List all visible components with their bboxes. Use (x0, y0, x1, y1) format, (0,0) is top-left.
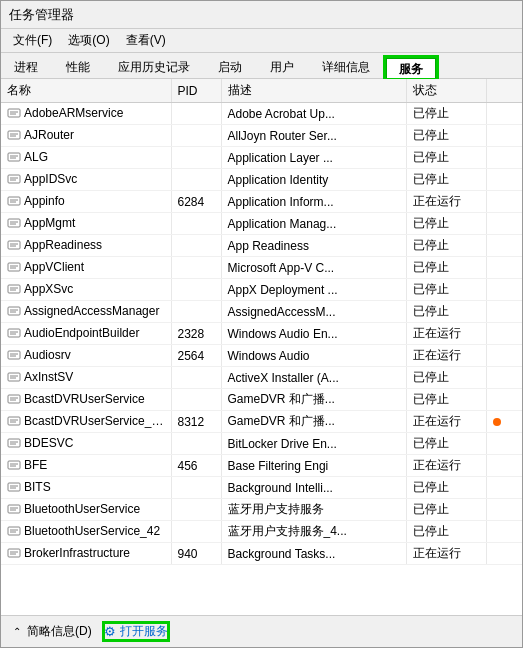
service-row-icon (7, 348, 21, 362)
window-title: 任务管理器 (9, 6, 74, 24)
table-row[interactable]: BrokerInfrastructure940Background Tasks.… (1, 543, 522, 565)
service-row-icon (7, 414, 21, 428)
service-desc: Windows Audio (221, 345, 406, 367)
tab-app-history[interactable]: 应用历史记录 (105, 56, 203, 78)
col-header-pid[interactable]: PID (171, 79, 221, 103)
service-row-icon (7, 172, 21, 186)
tab-users[interactable]: 用户 (257, 56, 307, 78)
table-row[interactable]: BluetoothUserService_42蓝牙用户支持服务_4...已停止 (1, 521, 522, 543)
service-row-icon (7, 238, 21, 252)
service-desc: Adobe Acrobat Up... (221, 103, 406, 125)
svg-rect-57 (8, 527, 20, 535)
service-status: 已停止 (406, 499, 486, 521)
service-status: 正在运行 (406, 455, 486, 477)
services-table-container[interactable]: 名称 PID 描述 状态 AdobeARMserviceAdobe Acroba… (1, 79, 522, 615)
tab-services[interactable]: 服务 (385, 57, 437, 79)
svg-rect-42 (8, 417, 20, 425)
menu-file[interactable]: 文件(F) (5, 30, 60, 51)
service-desc: GameDVR 和广播... (221, 389, 406, 411)
service-extra (486, 301, 522, 323)
table-row[interactable]: AppMgmtApplication Manag...已停止 (1, 213, 522, 235)
service-pid (171, 125, 221, 147)
menu-view[interactable]: 查看(V) (118, 30, 174, 51)
service-row-icon (7, 260, 21, 274)
service-status: 正在运行 (406, 191, 486, 213)
service-row-icon (7, 458, 21, 472)
service-status: 已停止 (406, 235, 486, 257)
table-row[interactable]: Audiosrv2564Windows Audio正在运行 (1, 345, 522, 367)
open-services-button[interactable]: ⚙ 打开服务 (104, 623, 168, 640)
service-desc: Microsoft App-V C... (221, 257, 406, 279)
service-extra (486, 477, 522, 499)
table-row[interactable]: BITSBackground Intelli...已停止 (1, 477, 522, 499)
service-name: BDESVC (24, 436, 73, 450)
table-row[interactable]: BFE456Base Filtering Engi正在运行 (1, 455, 522, 477)
service-status: 已停止 (406, 147, 486, 169)
service-name: AudioEndpointBuilder (24, 326, 139, 340)
table-row[interactable]: BcastDVRUserService_428312GameDVR 和广播...… (1, 411, 522, 433)
service-desc: AllJoyn Router Ser... (221, 125, 406, 147)
col-header-status[interactable]: 状态 (406, 79, 486, 103)
service-status: 正在运行 (406, 411, 486, 433)
service-name: AJRouter (24, 128, 74, 142)
service-desc: ActiveX Installer (A... (221, 367, 406, 389)
expand-toggle[interactable]: ⌃ 简略信息(D) (13, 623, 92, 640)
service-extra (486, 257, 522, 279)
table-row[interactable]: BcastDVRUserServiceGameDVR 和广播...已停止 (1, 389, 522, 411)
open-services-label[interactable]: 打开服务 (120, 623, 168, 640)
service-status: 已停止 (406, 477, 486, 499)
service-name: AppReadiness (24, 238, 102, 252)
service-pid (171, 477, 221, 499)
service-extra (486, 543, 522, 565)
service-extra (486, 125, 522, 147)
table-row[interactable]: AxInstSVActiveX Installer (A...已停止 (1, 367, 522, 389)
svg-rect-27 (8, 307, 20, 315)
service-row-icon (7, 524, 21, 538)
table-row[interactable]: AudioEndpointBuilder2328Windows Audio En… (1, 323, 522, 345)
col-header-extra (486, 79, 522, 103)
table-row[interactable]: AdobeARMserviceAdobe Acrobat Up...已停止 (1, 103, 522, 125)
service-name: BcastDVRUserService (24, 392, 145, 406)
service-pid (171, 213, 221, 235)
table-row[interactable]: Appinfo6284Application Inform...正在运行 (1, 191, 522, 213)
table-row[interactable]: AssignedAccessManagerAssignedAccessM...已… (1, 301, 522, 323)
service-status: 正在运行 (406, 543, 486, 565)
service-desc: App Readiness (221, 235, 406, 257)
table-row[interactable]: AppXSvcAppX Deployment ...已停止 (1, 279, 522, 301)
service-status: 正在运行 (406, 323, 486, 345)
orange-indicator (493, 418, 501, 426)
tab-details[interactable]: 详细信息 (309, 56, 383, 78)
table-row[interactable]: AppIDSvcApplication Identity已停止 (1, 169, 522, 191)
table-body: AdobeARMserviceAdobe Acrobat Up...已停止 AJ… (1, 103, 522, 565)
table-row[interactable]: BDESVCBitLocker Drive En...已停止 (1, 433, 522, 455)
svg-rect-60 (8, 549, 20, 557)
menu-options[interactable]: 选项(O) (60, 30, 117, 51)
service-pid: 2328 (171, 323, 221, 345)
service-pid: 456 (171, 455, 221, 477)
table-row[interactable]: ALGApplication Layer ...已停止 (1, 147, 522, 169)
expand-label[interactable]: 简略信息(D) (27, 623, 92, 640)
tab-process[interactable]: 进程 (1, 56, 51, 78)
col-header-desc[interactable]: 描述 (221, 79, 406, 103)
service-status: 已停止 (406, 103, 486, 125)
table-row[interactable]: AppVClientMicrosoft App-V C...已停止 (1, 257, 522, 279)
service-status: 已停止 (406, 279, 486, 301)
table-row[interactable]: AppReadinessApp Readiness已停止 (1, 235, 522, 257)
service-row-icon (7, 282, 21, 296)
service-row-icon (7, 392, 21, 406)
svg-rect-36 (8, 373, 20, 381)
table-row[interactable]: AJRouterAllJoyn Router Ser...已停止 (1, 125, 522, 147)
service-pid: 2564 (171, 345, 221, 367)
col-header-name[interactable]: 名称 (1, 79, 171, 103)
tabs-bar: 进程 性能 应用历史记录 启动 用户 详细信息 服务 (1, 53, 522, 79)
service-status: 已停止 (406, 389, 486, 411)
menu-bar: 文件(F) 选项(O) 查看(V) (1, 29, 522, 53)
table-row[interactable]: BluetoothUserService蓝牙用户支持服务已停止 (1, 499, 522, 521)
service-extra (486, 213, 522, 235)
service-name: BluetoothUserService_42 (24, 524, 160, 538)
service-desc: Application Identity (221, 169, 406, 191)
tab-performance[interactable]: 性能 (53, 56, 103, 78)
service-name: AppIDSvc (24, 172, 77, 186)
tab-startup[interactable]: 启动 (205, 56, 255, 78)
svg-rect-24 (8, 285, 20, 293)
